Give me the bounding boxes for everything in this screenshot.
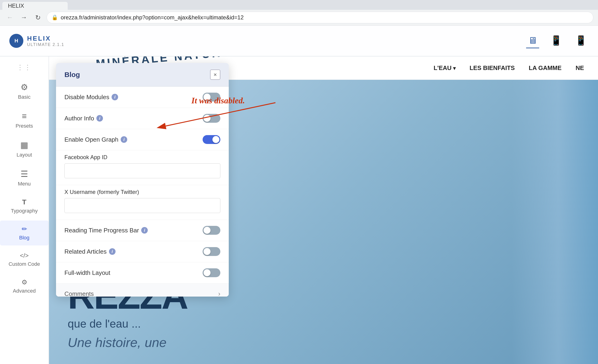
sidebar-label-menu: Menu <box>18 181 31 187</box>
url-text: orezza.fr/administrator/index.php?option… <box>61 14 244 21</box>
address-bar[interactable]: 🔒 orezza.fr/administrator/index.php?opti… <box>47 12 593 23</box>
basic-icon: ⚙ <box>21 82 28 92</box>
sidebar-label-blog: Blog <box>19 235 29 241</box>
disable-modules-knob <box>204 94 210 100</box>
author-info-knob <box>204 115 210 122</box>
sidebar-item-layout[interactable]: ▦ Layout <box>0 136 49 163</box>
blog-modal: Blog × Disable Modules i Author Info i <box>56 63 229 297</box>
lock-icon: 🔒 <box>52 15 58 21</box>
enable-open-graph-toggle[interactable] <box>203 135 220 144</box>
mobile-icon[interactable]: 📱 <box>573 33 589 49</box>
custom-code-icon: </> <box>20 252 29 259</box>
desktop-icon[interactable]: 🖥 <box>526 33 539 48</box>
typography-icon: T <box>22 198 26 206</box>
x-username-label: X Username (formerly Twitter) <box>64 189 220 195</box>
sidebar-item-typography[interactable]: T Typography <box>0 193 49 219</box>
sidebar-label-presets: Presets <box>16 123 33 129</box>
device-icons: 🖥 📱 📱 <box>526 33 589 49</box>
modal-close-button[interactable]: × <box>210 70 220 80</box>
related-articles-toggle[interactable] <box>203 247 220 256</box>
helix-subtitle: ULTIMATE 2.1.1 <box>27 42 64 47</box>
disable-modules-info-icon[interactable]: i <box>112 94 118 100</box>
full-width-layout-toggle[interactable] <box>203 268 220 277</box>
nav-leau[interactable]: L'EAU <box>434 64 456 72</box>
helix-name: HELIX ULTIMATE 2.1.1 <box>27 35 64 47</box>
forward-button[interactable]: → <box>19 12 29 23</box>
browser-nav: ← → ↻ 🔒 orezza.fr/administrator/index.ph… <box>0 10 598 25</box>
sidebar-item-advanced[interactable]: ⚙ Advanced <box>0 274 49 299</box>
sidebar-item-blog[interactable]: ✏ Blog <box>0 221 49 246</box>
sidebar-item-menu[interactable]: ☰ Menu <box>0 165 49 191</box>
menu-icon: ☰ <box>21 169 28 179</box>
sidebar-drag-handle: ⋮⋮ <box>17 64 32 71</box>
full-width-layout-label: Full-width Layout <box>64 269 110 276</box>
tab-title: HELIX <box>8 3 24 9</box>
setting-row-reading-time: Reading Time Progress Bar i <box>56 220 229 241</box>
related-articles-knob <box>204 248 210 255</box>
water-splash <box>512 80 598 364</box>
sidebar-label-layout: Layout <box>17 152 32 158</box>
sidebar-label-typography: Typography <box>11 208 38 214</box>
modal-body: Disable Modules i Author Info i <box>56 87 229 297</box>
comments-label: Comments <box>64 290 94 297</box>
author-info-label: Author Info i <box>64 115 103 122</box>
hero-italic: Une histoire, une <box>68 335 187 350</box>
facebook-app-id-label: Facebook App ID <box>64 154 220 161</box>
nav-bienfaits[interactable]: LES BIENFAITS <box>470 64 515 72</box>
helix-title: HELIX <box>27 35 64 42</box>
hero-subtitle: que de l'eau ... <box>68 317 187 330</box>
author-info-toggle[interactable] <box>203 114 220 123</box>
reading-time-info-icon[interactable]: i <box>141 227 148 233</box>
reading-time-knob <box>204 227 210 234</box>
tablet-icon[interactable]: 📱 <box>548 33 564 49</box>
nav-gamme[interactable]: LA GAMME <box>529 64 562 72</box>
author-info-info-icon[interactable]: i <box>96 115 103 122</box>
helix-icon: H <box>9 34 23 48</box>
comments-chevron-icon: › <box>218 290 220 297</box>
setting-row-enable-open-graph: Enable Open Graph i <box>56 129 229 150</box>
sidebar-item-presets[interactable]: ≡ Presets <box>0 107 49 134</box>
sidebar-label-basic: Basic <box>18 94 31 100</box>
sidebar-label-advanced: Advanced <box>13 288 36 294</box>
related-articles-label: Related Articles i <box>64 248 116 255</box>
x-username-row: X Username (formerly Twitter) <box>56 185 229 220</box>
reading-time-toggle[interactable] <box>203 226 220 235</box>
sidebar-item-custom-code[interactable]: </> Custom Code <box>0 247 49 272</box>
browser-chrome: HELIX ← → ↻ 🔒 orezza.fr/administrator/in… <box>0 0 598 26</box>
refresh-button[interactable]: ↻ <box>33 12 43 23</box>
nav-ne[interactable]: NE <box>576 64 584 72</box>
setting-row-author-info: Author Info i <box>56 108 229 129</box>
comments-row[interactable]: Comments › <box>56 283 229 297</box>
setting-row-related-articles: Related Articles i <box>56 241 229 262</box>
layout-icon: ▦ <box>20 140 28 150</box>
disable-modules-toggle[interactable] <box>203 93 220 101</box>
browser-tabs: HELIX <box>0 0 598 10</box>
enable-open-graph-knob <box>212 136 219 143</box>
active-tab[interactable]: HELIX <box>2 2 68 10</box>
main-area: L'EAU LES BIENFAITS LA GAMME NE MINÉRALE… <box>0 26 598 364</box>
related-articles-info-icon[interactable]: i <box>109 248 116 255</box>
back-button[interactable]: ← <box>5 12 15 23</box>
setting-row-full-width-layout: Full-width Layout <box>56 262 229 283</box>
full-width-layout-knob <box>204 269 210 276</box>
helix-logo: H HELIX ULTIMATE 2.1.1 <box>9 34 64 48</box>
x-username-input[interactable] <box>64 198 220 213</box>
disable-modules-label: Disable Modules i <box>64 94 118 101</box>
reading-time-label: Reading Time Progress Bar i <box>64 227 148 234</box>
setting-row-disable-modules: Disable Modules i <box>56 87 229 108</box>
enable-open-graph-label: Enable Open Graph i <box>64 136 127 143</box>
facebook-app-id-row: Facebook App ID <box>56 150 229 185</box>
presets-icon: ≡ <box>22 111 27 121</box>
sidebar-item-basic[interactable]: ⚙ Basic <box>0 78 49 105</box>
sidebar: ⋮⋮ ⚙ Basic ≡ Presets ▦ Layout ☰ Menu T T… <box>0 57 49 364</box>
sidebar-label-custom-code: Custom Code <box>9 261 40 267</box>
facebook-app-id-input[interactable] <box>64 163 220 178</box>
modal-title: Blog <box>64 71 80 79</box>
helix-toolbar: H HELIX ULTIMATE 2.1.1 🖥 📱 📱 <box>0 26 598 57</box>
blog-icon: ✏ <box>22 225 27 233</box>
enable-open-graph-info-icon[interactable]: i <box>121 136 127 143</box>
advanced-icon: ⚙ <box>21 278 27 286</box>
modal-header: Blog × <box>56 63 229 87</box>
